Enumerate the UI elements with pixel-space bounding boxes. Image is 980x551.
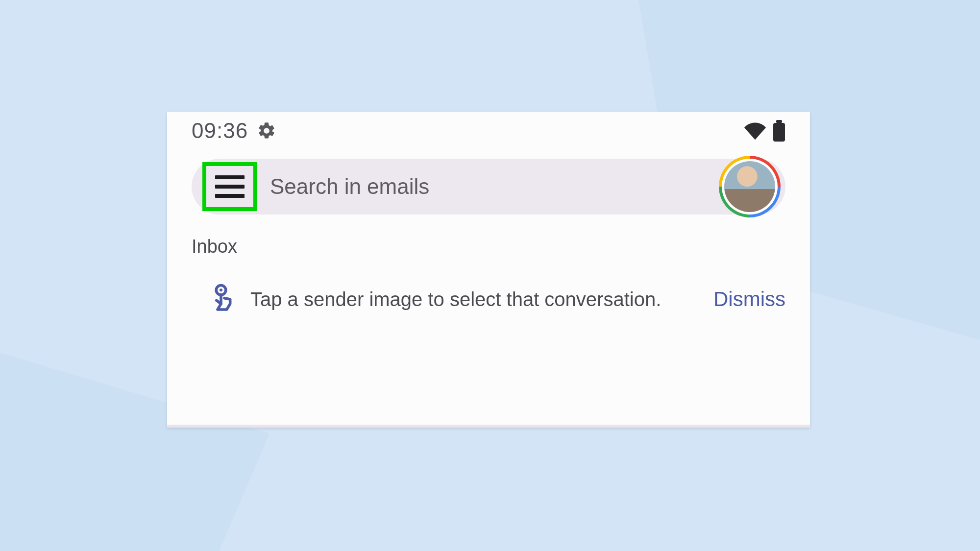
- svg-rect-0: [776, 120, 782, 123]
- dismiss-button[interactable]: Dismiss: [713, 287, 785, 311]
- svg-point-3: [220, 288, 222, 291]
- search-placeholder[interactable]: Search in emails: [270, 174, 719, 199]
- tip-row: Tap a sender image to select that conver…: [192, 282, 785, 317]
- hamburger-menu-icon[interactable]: [215, 175, 245, 198]
- status-time: 09:36: [192, 119, 248, 143]
- wifi-icon: [744, 120, 766, 142]
- search-bar[interactable]: Search in emails: [192, 159, 785, 215]
- battery-icon: [773, 120, 785, 142]
- tip-text: Tap a sender image to select that conver…: [250, 285, 713, 313]
- status-bar: 09:36: [167, 112, 810, 150]
- account-avatar[interactable]: [719, 156, 781, 217]
- touch-icon: [192, 282, 250, 317]
- inbox-label: Inbox: [192, 236, 810, 257]
- gear-icon: [257, 121, 276, 141]
- avatar-image: [724, 161, 775, 212]
- phone-screenshot: 09:36 Search in emails Inbox: [167, 112, 810, 428]
- menu-highlight-box: [202, 162, 257, 211]
- svg-rect-1: [773, 123, 785, 142]
- bottom-divider: [167, 425, 810, 428]
